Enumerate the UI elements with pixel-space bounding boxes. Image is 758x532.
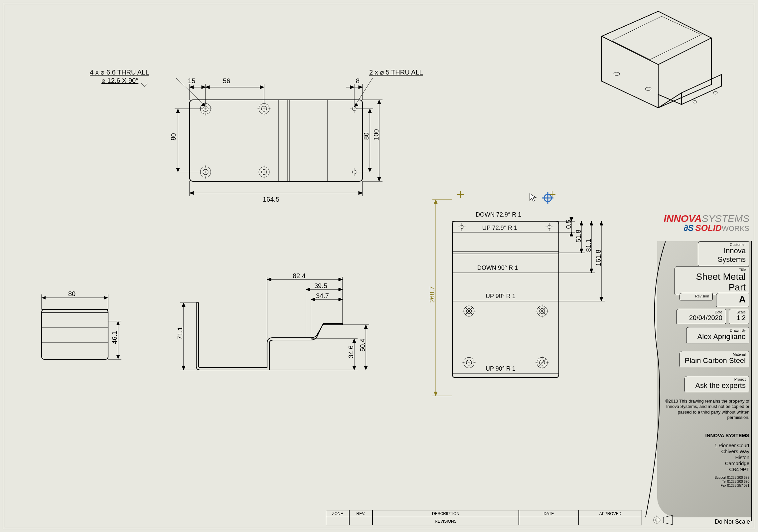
dimension-46-1: 46.1 (111, 331, 118, 344)
logo-solid: SOLID (695, 223, 721, 233)
svg-marker-112 (182, 303, 185, 307)
value-date: 20/04/2020 (680, 314, 722, 322)
value-title: Sheet Metal Part (678, 271, 746, 293)
svg-marker-155 (570, 232, 573, 236)
svg-marker-49 (190, 191, 194, 195)
svg-marker-108 (364, 366, 368, 370)
rev-col-approved: APPROVED (579, 510, 642, 517)
svg-marker-59 (368, 109, 372, 113)
svg-marker-159 (580, 249, 583, 253)
svg-marker-54 (176, 109, 180, 113)
svg-marker-104 (353, 366, 356, 370)
label-title: Title (678, 267, 746, 271)
bend-note-3: DOWN 90° R 1 (477, 265, 518, 271)
svg-marker-98 (311, 298, 315, 301)
svg-marker-79 (42, 296, 46, 299)
svg-marker-107 (364, 325, 368, 329)
dimension-80-left: 80 (170, 133, 177, 140)
svg-point-2 (693, 100, 697, 103)
svg-rect-4 (190, 100, 363, 181)
value-drawnby: Alex Aprigliano (690, 332, 746, 341)
dimension-39-5: 39.5 (314, 282, 327, 290)
dimension-164-5: 164.5 (263, 196, 279, 203)
logo: INNOVASYSTEMS ∂S SOLIDWORKS (650, 213, 749, 233)
rev-col-desc: DESCRIPTION (373, 510, 519, 517)
address-3: Histon (650, 454, 749, 460)
dimension-15: 15 (188, 77, 195, 85)
do-not-scale: Do Not Scale (715, 518, 750, 525)
svg-marker-90 (267, 278, 271, 281)
svg-marker-163 (590, 269, 593, 273)
tel-fax: Fax 01223 257 021 (650, 484, 749, 488)
dimension-81-1: 81.1 (585, 239, 592, 252)
label-material: Material (683, 352, 746, 356)
svg-marker-166 (600, 221, 603, 225)
company-name: INNOVA SYSTEMS (650, 433, 749, 439)
dimension-80-right: 80 (363, 132, 370, 140)
rev-col-zone: ZONE (326, 510, 349, 517)
svg-point-1 (645, 87, 651, 90)
svg-marker-65 (378, 177, 381, 181)
bend-note-2: UP 72.9° R 1 (482, 225, 517, 232)
label-project: Project (688, 377, 746, 381)
hole-callout-csk: ⌀ 12.6 X 90° (101, 77, 138, 85)
logo-works: WORKS (722, 224, 749, 233)
revisions-table: ZONE REV. DESCRIPTIONREVISIONS DATE APPR… (326, 510, 645, 525)
front-view: 82.4 39.5 34.7 34.6 50.4 71.1 (170, 266, 376, 389)
svg-marker-60 (368, 168, 372, 172)
label-date: Date (680, 310, 722, 314)
title-block: INNOVASYSTEMS ∂S SOLIDWORKS Customer Inn… (646, 213, 752, 519)
flat-pattern-view: DOWN 72.9° R 1 UP 72.9° R 1 DOWN 90° R 1… (426, 190, 612, 459)
svg-marker-172 (434, 392, 437, 396)
rev-label: REVISIONS (373, 517, 519, 526)
svg-marker-50 (359, 191, 363, 195)
address-4: Cambridge (650, 460, 749, 466)
svg-marker-55 (176, 168, 180, 172)
svg-rect-70 (42, 309, 108, 359)
tel-support: Support 01223 200 699 (650, 476, 749, 480)
dimension-71-1: 71.1 (176, 327, 184, 340)
svg-marker-67 (202, 103, 206, 106)
logo-ds-icon: ∂S (684, 223, 694, 233)
dimension-8: 8 (356, 77, 360, 85)
svg-marker-64 (378, 100, 381, 104)
top-view: 15 56 8 164.5 80 80 100 4 x ⌀ 6.6 THRU A… (170, 93, 382, 206)
label-customer: Customer (701, 243, 746, 247)
logo-systems: SYSTEMS (702, 213, 749, 224)
hole-callout-2x: 2 x ⌀ 5 THRU ALL (369, 68, 423, 76)
label-scale: Scale (732, 310, 746, 314)
dimension-50-4: 50.4 (359, 339, 367, 352)
dimension-100: 100 (373, 129, 380, 140)
address-5: CB4 9PT (650, 466, 749, 472)
svg-marker-91 (339, 278, 343, 281)
value-project: Ask the experts (688, 381, 746, 390)
svg-marker-69 (354, 103, 358, 107)
svg-marker-103 (353, 339, 356, 343)
dimension-56: 56 (223, 77, 230, 85)
coordinate-target-icon (542, 192, 553, 204)
rev-col-date: DATE (519, 510, 578, 517)
svg-marker-162 (590, 221, 593, 225)
bend-note-1: DOWN 72.9° R 1 (476, 211, 521, 218)
dimension-34-6: 34.6 (347, 345, 355, 358)
dimension-51-8: 51.8 (575, 230, 582, 243)
dimension-161-8: 161.8 (595, 250, 602, 266)
dimension-268-7: 268.7 (428, 286, 436, 303)
svg-marker-99 (339, 298, 343, 301)
projection-symbol-icon (652, 513, 675, 527)
svg-marker-95 (339, 288, 343, 291)
rev-col-rev: REV. (350, 510, 372, 517)
svg-marker-85 (116, 355, 120, 359)
tel-main: Tel 01223 200 690 (650, 480, 749, 484)
value-customer: Innova Systems (701, 247, 746, 264)
svg-marker-84 (116, 321, 120, 325)
value-revision: A (720, 294, 746, 305)
label-drawnby: Drawn By (690, 328, 746, 332)
hole-callout-4x: 4 x ⌀ 6.6 THRU ALL (90, 68, 149, 76)
svg-marker-171 (434, 200, 437, 204)
value-scale: 1:2 (732, 314, 746, 322)
svg-point-3 (713, 91, 717, 94)
cursor-icon (529, 193, 539, 203)
copyright-notice: ©2013 This drawing remains the property … (656, 399, 749, 420)
logo-innova: INNOVA (664, 213, 701, 224)
